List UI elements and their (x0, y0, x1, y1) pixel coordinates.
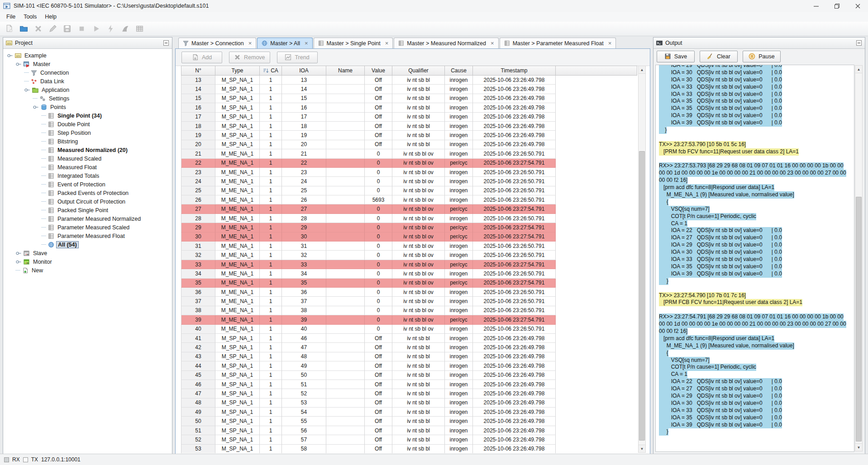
toolbar-open-folder-icon[interactable] (18, 24, 29, 34)
tree-item-measured-normalized-20[interactable]: Measured Normalized (20) (3, 146, 172, 154)
tree-item-double-point[interactable]: Double Point (3, 120, 172, 128)
table-row-19[interactable]: 19M_SP_NA_1119Offiv nt sb blinrogen2025-… (181, 131, 637, 140)
tree-item-slave[interactable]: Slave (3, 249, 172, 257)
tree-item-parameter-measured-scaled[interactable]: Parameter Measured Scaled (3, 223, 172, 232)
maximize-button[interactable] (826, 0, 847, 12)
scroll-up-icon[interactable]: ▲ (855, 66, 862, 73)
table-row-25[interactable]: 25M_ME_NA_11250iv nt sb bl ovinrogen2025… (181, 186, 637, 195)
column-header-ca[interactable]: CA (260, 66, 282, 76)
remove-button[interactable]: Remove (229, 52, 270, 63)
table-row-35[interactable]: 35M_ME_NA_11350iv nt sb bl ovper/cyc2025… (181, 279, 637, 288)
menu-file[interactable]: File (2, 13, 19, 21)
tree-item-step-position[interactable]: Step Position (3, 128, 172, 137)
table-row-14[interactable]: 14M_SP_NA_1114Offiv nt sb blinrogen2025-… (181, 85, 637, 94)
column-header-n[interactable]: N° (181, 66, 215, 76)
output-log[interactable]: IOA = 29 QDS[iv nt sb bl ov] value=0 | 0… (655, 65, 854, 452)
tree-item-measured-scaled[interactable]: Measured Scaled (3, 154, 172, 163)
tree-item-event-of-protection[interactable]: Event of Protection (3, 180, 172, 189)
tab-close-icon[interactable]: × (248, 40, 252, 46)
tree-item-parameter-measured-float[interactable]: Parameter Measured Float (3, 232, 172, 240)
column-header-value[interactable]: Value (365, 66, 392, 76)
table-row-28[interactable]: 28M_ME_NA_11280iv nt sb bl ovinrogen2025… (181, 214, 637, 223)
toolbar-flash-icon[interactable] (105, 24, 116, 34)
table-row-37[interactable]: 37M_ME_NA_11370iv nt sb bl ovinrogen2025… (181, 297, 637, 306)
tree-item-monitor[interactable]: Monitor (3, 257, 172, 266)
tree-item-packed-single-point[interactable]: Packed Single Point (3, 206, 172, 214)
table-row-17[interactable]: 17M_SP_NA_1117Offiv nt sb blinrogen2025-… (181, 113, 637, 122)
table-row-13[interactable]: 13M_SP_NA_1113Offiv nt sb blinrogen2025-… (181, 76, 637, 85)
toolbar-stop-icon[interactable] (76, 24, 87, 34)
table-scrollbar[interactable]: ▲ ▼ (638, 66, 646, 453)
tab-master-parameter-measured-float[interactable]: Master > Parameter Measured Float× (500, 38, 616, 48)
output-scrollbar[interactable]: ▲ ▼ (855, 65, 863, 451)
tab-master-measured-normalized[interactable]: Master > Measured Normalized× (394, 38, 498, 48)
column-header-ioa[interactable]: IOA (282, 66, 326, 76)
table-row-41[interactable]: 41M_SP_NA_1146Offiv nt sb blinrogen2025-… (181, 334, 637, 343)
table-row-15[interactable]: 15M_SP_NA_1115Offiv nt sb blinrogen2025-… (181, 94, 637, 103)
table-row-27[interactable]: 27M_ME_NA_11270iv nt sb bl ovper/cyc2025… (181, 204, 637, 214)
table-row-50[interactable]: 50M_SP_NA_1155Offiv nt sb blinrogen2025-… (181, 417, 637, 426)
table-row-48[interactable]: 48M_SP_NA_1153Offiv nt sb blinrogen2025-… (181, 399, 637, 408)
tree-item-bitstring[interactable]: Bitstring (3, 137, 172, 146)
toolbar-edit-icon[interactable] (47, 24, 58, 34)
menu-help[interactable]: Help (41, 13, 61, 21)
tab-close-icon[interactable]: × (608, 40, 612, 46)
close-button[interactable] (847, 0, 868, 12)
collapse-panel-icon[interactable] (856, 40, 862, 46)
tab-master-all[interactable]: Master > All× (257, 38, 312, 48)
table-row-30[interactable]: 30M_ME_NA_11300iv nt sb bl ovper/cyc2025… (181, 232, 637, 242)
tree-item-integrated-totals[interactable]: Integrated Totals (3, 171, 172, 180)
tree-item-connection[interactable]: Connection (3, 68, 172, 77)
tree-item-settings[interactable]: Settings (3, 94, 172, 103)
table-row-45[interactable]: 45M_SP_NA_1150Offiv nt sb blinrogen2025-… (181, 371, 637, 380)
table-row-33[interactable]: 33M_ME_NA_11330iv nt sb bl ovper/cyc2025… (181, 260, 637, 269)
table-row-49[interactable]: 49M_SP_NA_1154Offiv nt sb blinrogen2025-… (181, 408, 637, 417)
tab-master-connection[interactable]: Master > Connection× (178, 38, 256, 48)
table-row-32[interactable]: 32M_ME_NA_11320iv nt sb bl ovinrogen2025… (181, 251, 637, 260)
table-row-47[interactable]: 47M_SP_NA_1152Offiv nt sb blinrogen2025-… (181, 389, 637, 398)
table-row-26[interactable]: 26M_ME_NA_11265693iv nt sb bl ovinrogen2… (181, 195, 637, 204)
collapse-panel-icon[interactable] (163, 40, 169, 46)
tree-item-master[interactable]: Master (3, 60, 172, 68)
scroll-up-icon[interactable]: ▲ (639, 66, 645, 74)
minimize-button[interactable] (806, 0, 826, 12)
add-button[interactable]: Add (181, 52, 222, 63)
table-row-40[interactable]: 40M_ME_NA_11400iv nt sb bl ovinrogen2025… (181, 325, 637, 334)
tree-item-new[interactable]: New (3, 266, 172, 275)
tree-item-packed-events-of-protection[interactable]: Packed Events of Protection (3, 189, 172, 197)
clear-log-button[interactable]: Clear (700, 51, 738, 62)
column-header-timestamp[interactable]: Timestamp (473, 66, 556, 76)
table-row-24[interactable]: 24M_ME_NA_11240iv nt sb bl ovinrogen2025… (181, 177, 637, 186)
table-row-20[interactable]: 20M_SP_NA_1120Offiv nt sb blinrogen2025-… (181, 140, 637, 149)
table-row-21[interactable]: 21M_ME_NA_11210iv nt sb bl ovinrogen2025… (181, 149, 637, 158)
tree-item-output-circuit-of-protection[interactable]: Output Circuit of Protection (3, 197, 172, 206)
tree-item-data-link[interactable]: Data Link (3, 77, 172, 85)
pause-log-button[interactable]: Pause (743, 51, 781, 62)
table-row-51[interactable]: 51M_SP_NA_1156Offiv nt sb blinrogen2025-… (181, 426, 637, 435)
table-row-18[interactable]: 18M_SP_NA_1118Offiv nt sb blinrogen2025-… (181, 122, 637, 131)
menu-tools[interactable]: Tools (19, 13, 41, 21)
table-row-52[interactable]: 52M_SP_NA_1157Offiv nt sb blinrogen2025-… (181, 435, 637, 444)
column-header-type[interactable]: Type (215, 66, 260, 76)
toolbar-fin-icon[interactable] (119, 24, 130, 34)
toolbar-close-project-icon[interactable] (33, 24, 43, 34)
table-row-46[interactable]: 46M_SP_NA_1151Offiv nt sb blinrogen2025-… (181, 380, 637, 389)
table-row-44[interactable]: 44M_SP_NA_1149Offiv nt sb blinrogen2025-… (181, 361, 637, 370)
scrollbar-thumb[interactable] (639, 151, 645, 441)
tab-close-icon[interactable]: × (491, 40, 494, 46)
trend-button[interactable]: Trend (277, 52, 318, 63)
tree-item-parameter-measured-normalized[interactable]: Parameter Measured Normalized (3, 214, 172, 223)
table-row-29[interactable]: 29M_ME_NA_11290iv nt sb bl ovper/cyc2025… (181, 223, 637, 232)
tree-item-measured-float[interactable]: Measured Float (3, 163, 172, 171)
tree-item-points[interactable]: Points (3, 103, 172, 111)
tree-item-example[interactable]: 101Example (3, 51, 172, 60)
table-row-23[interactable]: 23M_ME_NA_11230iv nt sb bl ovinrogen2025… (181, 168, 637, 177)
toolbar-run-icon[interactable] (91, 24, 101, 34)
tab-close-icon[interactable]: × (305, 40, 308, 46)
table-row-39[interactable]: 39M_ME_NA_11390iv nt sb bl ovper/cyc2025… (181, 315, 637, 324)
table-row-16[interactable]: 16M_SP_NA_1116Offiv nt sb blinrogen2025-… (181, 103, 637, 112)
tree-item-application[interactable]: Application (3, 85, 172, 94)
scroll-down-icon[interactable]: ▼ (639, 445, 645, 452)
column-header-name[interactable]: Name (326, 66, 365, 76)
tree-item-single-point-34[interactable]: Single Point (34) (3, 111, 172, 120)
